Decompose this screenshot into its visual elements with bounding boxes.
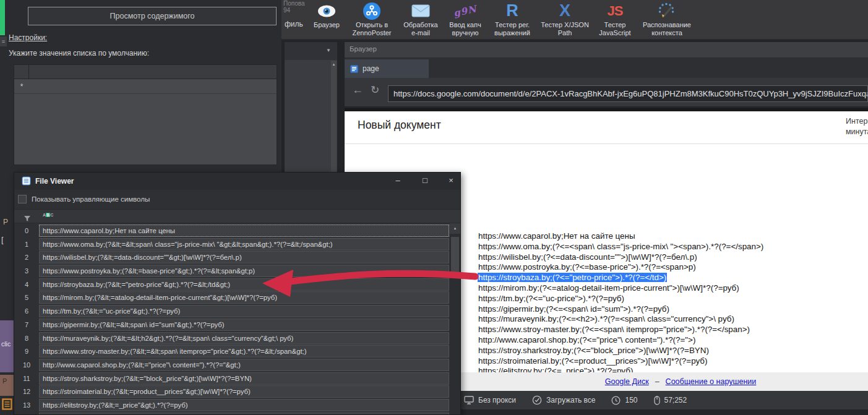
table-row[interactable]: 12https://stroimaterial.by;(?&lt;=produc… <box>14 385 460 398</box>
page-icon <box>350 65 358 73</box>
default-list-label: Укажите значения списка по умолчанию: <box>9 49 149 58</box>
row-value: https://elitstroy.by;(?&lt;=_price"&gt;)… <box>39 399 449 411</box>
document-line: https://muraveynik.by;(?<=<h2>).*?(?=<sp… <box>478 314 764 325</box>
table-row[interactable]: 1https://www.oma.by;(?&lt;=&lt;span\ cla… <box>14 238 460 250</box>
background-bracket-fragment: [ <box>1 235 4 244</box>
table-row[interactable]: 0https://www.caparol.by;Нет на сайте цен… <box>14 225 460 237</box>
row-value: https://wilisbel.by;(?&lt;=data-discount… <box>39 251 449 263</box>
status-item[interactable]: Загружать все <box>532 395 595 405</box>
refresh-icon[interactable]: ↻ <box>371 83 379 96</box>
toolbar-item-2[interactable]: Открыть в ZennoPoster <box>346 1 398 37</box>
toolbar-items: БраузерОткрыть в ZennoPosterОбработка e-… <box>307 1 696 37</box>
show-control-chars-checkbox[interactable] <box>18 195 27 203</box>
file-viewer-titlebar[interactable]: File Viewer – □ × <box>14 173 460 190</box>
properties-scrollbar[interactable]: ▲ <box>331 61 337 175</box>
table-row[interactable]: 2https://wilisbel.by;(?&lt;=data-discoun… <box>14 251 460 263</box>
toolbar-item-4[interactable]: g9NВвод капч вручную <box>444 1 487 37</box>
status-item[interactable]: 150 <box>611 396 637 405</box>
status-item[interactable]: Без прокси <box>464 396 516 404</box>
check-circle-icon <box>532 395 542 405</box>
table-row[interactable]: 13https://elitstroy.by;(?&lt;=_price"&gt… <box>14 399 460 411</box>
table-row[interactable]: 14https://стройопт.бел;(?&lt;=Цена:&lt;/… <box>14 413 460 414</box>
abc-column-icon[interactable]: ABC <box>43 213 53 217</box>
table-row[interactable]: 4https://stroybaza.by;(?&lt;="petro-pric… <box>14 278 460 291</box>
control-chars-row: Показывать управляющие символы <box>14 190 460 208</box>
document-line: https://stroy.sharkstroy.by;(?<="block_p… <box>478 346 764 356</box>
table-row[interactable]: 8https://muraveynik.by;(?&lt;=&lt;h2&gt;… <box>14 332 460 344</box>
table-row[interactable]: 3https://www.postroyka.by;(?&lt;=base-pr… <box>14 265 460 277</box>
row-index: 7 <box>14 319 39 331</box>
document-line: https://mirom.by;(?<=atalog-detail-item-… <box>478 283 764 294</box>
file-viewer-title: File Viewer <box>35 177 74 186</box>
status-item-label: 150 <box>625 396 637 404</box>
back-icon[interactable]: ← <box>352 83 363 96</box>
zennoposter-workspace: ≡ Просмотр содержимого Настройки: Укажит… <box>0 0 868 415</box>
view-content-button[interactable]: Просмотр содержимого <box>28 7 277 25</box>
document-line: https://www.oma.by;(?<=<span\ class="js-… <box>478 242 764 252</box>
tab-label: page <box>363 64 379 73</box>
file-viewer-window: File Viewer – □ × Показывать управляющие… <box>14 172 461 415</box>
scroll-up-icon[interactable]: ▲ <box>331 62 337 66</box>
tab-page[interactable]: page <box>345 59 429 78</box>
background-text-fragment: Р <box>3 218 8 226</box>
chevron-down-icon[interactable]: ▼ <box>326 48 331 53</box>
table-row[interactable]: 11https://stroy.sharkstroy.by;(?&lt;="bl… <box>14 372 460 385</box>
table-row[interactable]: 10http://www.caparol.shop.by;(?&lt;="pri… <box>14 359 460 371</box>
toolbar-item-5[interactable]: RТестер рег. выражений <box>487 1 538 37</box>
row-value: https://www.oma.by;(?&lt;=&lt;span\ clas… <box>39 238 449 250</box>
row-value: https://tm.by;(?&lt;="uc-price"&gt;).*?(… <box>39 305 449 317</box>
scrollbar-thumb[interactable] <box>451 237 459 274</box>
status-item-label: 57;252 <box>664 396 687 404</box>
scroll-up-icon[interactable]: ▲ <box>450 223 460 234</box>
row-value: https://muraveynik.by;(?&lt;=&lt;h2&gt;)… <box>39 332 449 344</box>
report-abuse-link[interactable]: Сообщение о нарушении <box>666 377 757 386</box>
row-value: https://www.stroy-master.by;(?&lt;=&lt;s… <box>39 345 449 357</box>
flowchart-block-fragment <box>0 0 5 35</box>
table-row[interactable]: 7https://gipermir.by;(?&lt;=&lt;span\ id… <box>14 319 460 331</box>
toolbar-item-7[interactable]: JSТестер JavaScript <box>592 1 638 37</box>
toolbar-item-3[interactable]: Обработка e-mail <box>398 1 444 37</box>
settings-link[interactable]: Настройки: <box>9 33 47 42</box>
footer-separator: – <box>655 377 660 386</box>
toolbar-item-8[interactable]: Распознавание контекста <box>638 1 696 37</box>
row-value: https://www.caparol.by;Нет на сайте цены <box>39 225 449 237</box>
close-button[interactable]: × <box>446 176 456 185</box>
file-viewer-rows: 0https://www.caparol.by;Нет на сайте цен… <box>14 223 460 414</box>
project-name-label: Попова94 <box>283 0 305 14</box>
url-input[interactable]: https://docs.google.com/document/d/e/2PA… <box>388 85 868 102</box>
eye-icon <box>317 1 336 21</box>
row-value: https://stroimaterial.by;(?&lt;=product_… <box>39 385 449 398</box>
toolbar-item-label: Открыть в ZennoPoster <box>348 21 395 37</box>
row-value: https://www.postroyka.by;(?&lt;=base-pri… <box>39 265 449 277</box>
row-index: 12 <box>14 385 39 398</box>
document-divider <box>345 143 868 144</box>
document-line: https://tm.by;(?<="uc-price">).*?(?=руб) <box>478 294 764 304</box>
table-row[interactable]: 5https://mirom.by;(?&lt;=atalog-detail-i… <box>14 291 460 304</box>
context-recognition-icon <box>658 1 676 21</box>
row-index: 5 <box>14 291 39 304</box>
document-line: https://gipermir.by;(?<=<span\ id="sum">… <box>478 304 764 315</box>
list-new-row[interactable]: * <box>14 79 277 94</box>
toolbar-item-6[interactable]: XТестер X/JSON Path <box>538 1 592 37</box>
minimize-button[interactable]: – <box>393 176 403 185</box>
document-line: https://www.stroy-master.by;(?<=<span\ i… <box>478 325 764 335</box>
row-index: 0 <box>14 225 39 237</box>
table-row[interactable]: 6https://tm.by;(?&lt;="uc-price"&gt;).*?… <box>14 305 460 317</box>
monitor-icon <box>464 396 474 404</box>
maximize-button[interactable]: □ <box>420 176 430 185</box>
toolbar-item-label: Обработка e-mail <box>400 21 441 37</box>
google-drive-link[interactable]: Google Диск <box>605 377 649 386</box>
default-values-list[interactable]: * <box>14 64 277 165</box>
row-value: http://www.caparol.shop.by;(?&lt;="price… <box>39 359 449 371</box>
status-item[interactable]: 57;252 <box>654 396 687 405</box>
status-item-label: Без прокси <box>478 396 516 404</box>
row-index: 4 <box>14 278 39 291</box>
file-viewer-scrollbar[interactable]: ▲ <box>450 223 460 414</box>
row-index: 2 <box>14 251 39 263</box>
row-value: https://gipermir.by;(?&lt;=&lt;span\ id=… <box>39 319 449 331</box>
document-line: https://stroybaza.by;(?<="petro-price">)… <box>478 273 764 283</box>
document-line: https://www.postroyka.by;(?<=base-price"… <box>478 262 764 273</box>
table-row[interactable]: 9https://www.stroy-master.by;(?&lt;=&lt;… <box>14 345 460 357</box>
toolbar-item-1[interactable]: Браузер <box>307 1 346 29</box>
row-index: 9 <box>14 345 39 357</box>
